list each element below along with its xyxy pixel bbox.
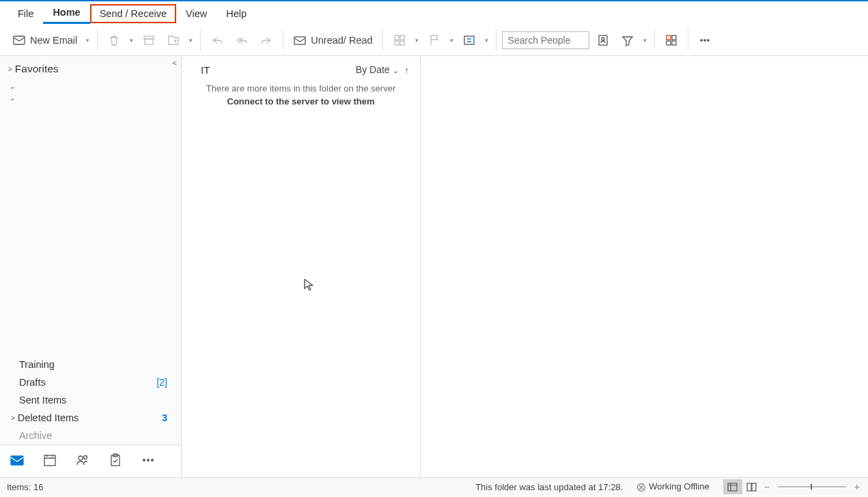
menu-file[interactable]: File [8,4,43,23]
account-node-2[interactable]: ⌄ [7,92,181,104]
svg-rect-29 [747,483,751,491]
folder-drafts[interactable]: Drafts [2] [14,373,173,391]
policy-button[interactable] [458,31,480,50]
flag-icon [428,33,441,47]
reply-all-button[interactable] [231,31,253,50]
nav-bottom-bar [0,444,181,477]
forward-icon [260,33,273,47]
delete-button[interactable] [103,31,125,50]
svg-point-21 [84,455,87,459]
sort-label: By Date [356,64,390,75]
folder-deleted-items[interactable]: > Deleted Items 3 [5,409,173,427]
svg-point-16 [703,40,705,41]
more-nav-button[interactable] [141,453,156,470]
svg-rect-30 [752,483,756,491]
move-dropdown[interactable]: ▾ [187,37,195,44]
toolbar: New Email ▾ ▾ ▾ Unread/ Read ▾ ▾ ▾ ▾ [0,25,868,56]
info-line1: There are more items in this folder on t… [190,83,412,94]
new-email-button[interactable]: New Email [8,31,81,50]
svg-rect-12 [672,36,676,40]
collapse-nav-button[interactable]: < [173,59,177,67]
menu-home[interactable]: Home [43,3,89,24]
filter-button[interactable] [617,31,639,50]
archive-button[interactable] [138,31,160,50]
folder-training[interactable]: Training [14,356,173,373]
reply-all-icon [235,33,249,47]
menu-send-receive[interactable]: Send / Receive [90,4,176,23]
favorites-label: Favorites [15,63,59,75]
svg-point-24 [143,459,145,461]
svg-rect-14 [672,41,676,45]
unread-read-button[interactable]: Unread/ Read [289,31,376,50]
view-normal-button[interactable] [723,479,742,494]
policy-icon [462,33,476,47]
address-book-icon [596,33,610,47]
chevron-down-icon: ⌄ [10,83,15,90]
delete-dropdown[interactable]: ▾ [128,37,135,44]
zoom-slider[interactable] [778,486,846,487]
people-icon [75,453,90,468]
categorize-button[interactable] [389,31,410,50]
flag-button[interactable] [423,31,445,50]
chevron-right-icon: > [11,414,15,422]
flag-dropdown[interactable]: ▾ [448,37,456,44]
folder-title: IT [201,64,210,76]
layout-icon [727,482,738,492]
folder-label: Deleted Items [18,412,162,423]
forward-button[interactable] [255,31,277,50]
move-button[interactable] [163,31,184,50]
folder-label: Sent Items [19,395,167,406]
svg-rect-2 [145,39,153,44]
new-email-dropdown[interactable]: ▾ [84,37,92,44]
policy-dropdown[interactable]: ▾ [483,37,490,44]
addins-button[interactable] [660,31,682,50]
svg-rect-4 [395,36,399,40]
categorize-dropdown[interactable]: ▾ [413,37,421,44]
sort-direction-button[interactable]: ↑ [405,65,410,75]
folder-archive[interactable]: Archive [14,427,173,444]
svg-rect-8 [464,36,474,44]
svg-rect-5 [400,36,404,40]
folder-label: Drafts [19,377,156,388]
folder-count: [2] [156,377,167,388]
search-people-input[interactable] [502,31,589,49]
reply-button[interactable] [206,31,228,50]
reading-pane [421,56,868,477]
chevron-down-icon: ⌄ [393,67,398,74]
zoom-out-button[interactable]: − [761,481,772,492]
filter-dropdown[interactable]: ▾ [641,37,649,44]
chevron-down-icon: ⌄ [10,94,15,102]
status-connection: Working Offline [636,481,709,492]
menu-help[interactable]: Help [216,4,256,23]
address-book-button[interactable] [592,31,614,50]
sort-button[interactable]: By Date ⌄ [356,64,398,75]
tasks-nav-button[interactable] [108,453,123,470]
folder-sent-items[interactable]: Sent Items [14,391,173,409]
account-node-1[interactable]: ⌄ [7,81,181,92]
calendar-nav-button[interactable] [42,453,57,470]
navigation-pane: < > Favorites ⌄ ⌄ Training Drafts [2] Se… [0,56,182,477]
svg-rect-28 [728,483,737,491]
view-reading-button[interactable] [742,479,761,494]
svg-rect-11 [667,36,671,40]
reply-icon [210,33,224,47]
ellipsis-icon [698,33,712,47]
categorize-icon [393,33,406,47]
mail-nav-button[interactable] [10,453,25,470]
unread-read-label: Unread/ Read [311,35,372,46]
folder-label: Training [19,359,167,370]
zoom-in-button[interactable]: + [852,481,863,492]
people-nav-button[interactable] [75,453,90,470]
filter-icon [621,33,634,47]
more-button[interactable] [694,31,716,50]
menu-view[interactable]: View [176,4,216,23]
ellipsis-icon [141,453,156,468]
archive-icon [142,33,156,47]
reading-icon [746,482,757,492]
favorites-section[interactable]: > Favorites [0,56,181,79]
mail-icon [12,33,26,47]
server-info-message: There are more items in this folder on t… [182,83,420,106]
folder-label: Archive [19,430,167,441]
svg-point-20 [79,456,83,460]
status-bar: Items: 16 This folder was last updated a… [0,477,868,496]
